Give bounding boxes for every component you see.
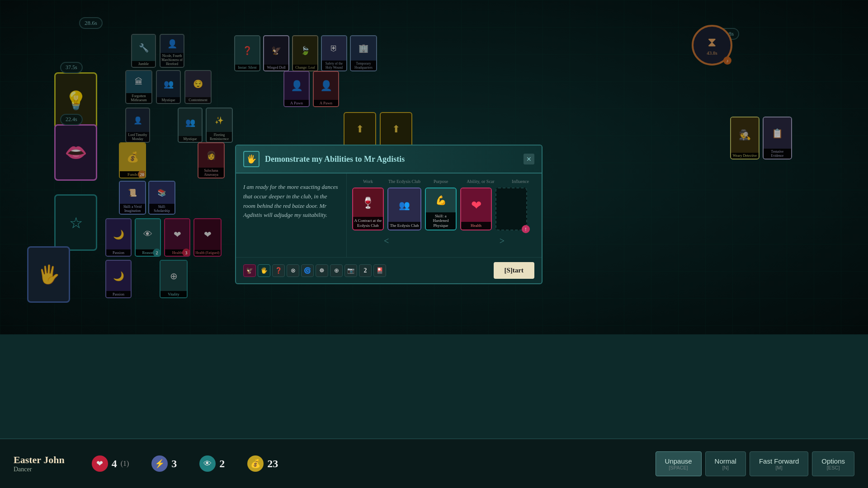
passion-icon: 👁 [199,455,216,472]
dialog-demonstrate-abilities: 🖐 Demonstrate my Abilities to Mr Agdisti… [235,145,542,284]
dialog-card-ecdysis[interactable]: 👥 The Ecdysis Club [387,188,421,230]
start-button[interactable]: [S]tart [494,262,534,279]
dialog-title-text: Demonstrate my Abilities to Mr Agdistis [265,155,518,164]
card-winged-doll[interactable]: 🦅 Winged Doll [263,35,289,71]
control-buttons: Unpause [SPACE] Normal [N] Fast Forward … [656,451,854,476]
player-info: Easter John Dancer [14,454,65,473]
dialog-header: 🖐 Demonstrate my Abilities to Mr Agdisti… [236,145,542,174]
footer-icon-8[interactable]: 📷 [344,264,357,277]
dialog-close-button[interactable]: ✕ [524,154,534,164]
slot-label-purpose: Purpose [425,179,457,184]
dialog-card-skill[interactable]: 💪 Skill: a Hardened Physique [425,188,457,230]
stat-reason: ⚡ 3 [151,455,177,472]
footer-icon-9[interactable]: 🎴 [373,264,386,277]
footer-icon-1[interactable]: 🦅 [243,264,256,277]
passion-value: 2 [219,458,225,470]
card-jumble[interactable]: 🔧 Jumble [131,34,156,68]
nav-arrows: < > [352,230,536,252]
dialog-card-health[interactable]: ❤ Health [460,188,492,230]
card-mithraeum[interactable]: 🏛 Forgotten Mithraeum [125,70,152,104]
reason-value: 3 [171,458,177,470]
card-contentment[interactable]: 😌 Contentment [184,70,212,104]
card-mystique2[interactable]: 13.2s 👥 Mystique [178,108,203,143]
stat-passion: 👁 2 [199,455,225,472]
dialog-slots: Work The Ecdysis Club Purpose Ability, o… [347,174,542,257]
unpause-button[interactable]: Unpause [SPACE] [656,451,702,476]
footer-icon-row: 🦅 🖐 ❓ ⊗ 🌀 ☸ ⊕ 📷 2 🎴 [243,264,386,277]
footer-icon-6[interactable]: ☸ [316,264,328,277]
card-passion2[interactable]: 🌙 Passion [105,260,132,298]
card-reminiscence[interactable]: 103.1s ✨ Fleeting Reminiscence [206,108,233,143]
card-health1[interactable]: ❤ Health 3 [164,218,190,257]
card-weary-detective[interactable]: 🕵 Weary Detective [730,117,760,160]
card-timothy[interactable]: 👤 Lord Timothy Monday [125,108,150,143]
footer-icon-3[interactable]: ❓ [272,264,285,277]
health-value: 4 [112,458,117,470]
health-wounds: (1) [121,460,129,468]
footer-icon-4[interactable]: ⊗ [287,264,299,277]
card-sulochana[interactable]: 👩 Sulochana Ainavasya [198,142,225,178]
footer-icon-7[interactable]: ⊕ [330,264,343,277]
card-funds[interactable]: 💰 Funds 20 [119,142,146,178]
card-skill-imagination[interactable]: 📜 Skill: a Vivid Imagination [119,181,146,215]
dialog-title-icon: 🖐 [243,151,259,167]
dialog-footer: 🦅 🖐 ❓ ⊗ 🌀 ☸ ⊕ 📷 2 🎴 [S]tart [236,257,542,283]
card-headquarters[interactable]: 🏢 Temporary Headquarters [350,35,377,71]
timer-top-left: 28.6s [79,17,103,29]
slot-labels-row: Work The Ecdysis Club Purpose Ability, o… [352,179,536,184]
reason-icon: ⚡ [151,455,168,472]
footer-icon-5[interactable]: 🌀 [301,264,314,277]
funds-value: 23 [267,458,278,470]
nav-prev-button[interactable]: < [379,234,393,248]
card-nicole[interactable]: 👤 Nicole, Fourth Marchioness of Hereford [160,34,184,68]
card-safety[interactable]: ⛨ Safety of the Holy Wound [321,35,347,71]
slot-label-work: Work [352,179,384,184]
nav-next-button[interactable]: > [495,234,509,248]
fast-forward-button[interactable]: Fast Forward [M] [750,451,808,476]
dialog-card-contract[interactable]: 🍷 A Contract at the Ecdysis Club [352,188,384,230]
dialog-body: I am ready for the more exacting dances … [236,174,542,257]
stat-funds: 💰 23 [247,455,278,472]
dialog-empty-slot[interactable]: ! [495,188,527,230]
footer-icon-2[interactable]: 🖐 [258,264,270,277]
stat-health: ❤ 4 (1) [92,455,129,472]
card-tentative-evidence[interactable]: 173.3s 📋 Tentative Evidence [763,117,792,160]
hourglass-timer[interactable]: ⧗ 43.8s ♪ [692,25,732,66]
slot-label-ecdysis: The Ecdysis Club [387,179,421,184]
card-health-fatigued[interactable]: ❤ Health (Fatigued) [193,218,222,257]
card-skill-scholarship[interactable]: 📚 Skill: Scholarship [148,181,175,215]
card-passion1[interactable]: 🌙 Passion [105,218,132,257]
options-button[interactable]: Options [ESC] [812,451,854,476]
card-pawn2[interactable]: 👤 A Pawn [313,71,339,107]
soul-card-lips[interactable]: 👄 22.4s [54,124,97,181]
slot-label-influence: Influence [505,179,536,184]
slot-cards-row: 🍷 A Contract at the Ecdysis Club 👥 The E… [352,188,536,230]
bottom-bar: Easter John Dancer ❤ 4 (1) ⚡ 3 👁 2 💰 23 … [0,438,868,488]
soul-card-teal[interactable]: ☆ [54,194,97,251]
card-instar[interactable]: ❓ Instar: Silent [234,35,260,71]
funds-icon: 💰 [247,455,264,472]
card-pawn1[interactable]: 👤 A Pawn [283,71,310,107]
player-role: Dancer [14,466,65,473]
card-change-leaf[interactable]: 🍃 Change: Leaf [292,35,318,71]
game-board: 28.6s 43.8s ⧗ 43.8s ♪ 💡 37.5s 👄 22.4s ☆ … [0,0,868,334]
card-reason[interactable]: 👁 Reason 2 [135,218,161,257]
dialog-description: I am ready for the more exacting dances … [236,174,347,257]
card-vitality[interactable]: 31.3s ⊕ Vitality [160,260,188,298]
normal-button[interactable]: Normal [N] [705,451,746,476]
player-name: Easter John [14,454,65,466]
slot-label-ability: Ability, or Scar [460,179,501,184]
card-mystique1[interactable]: 👥 Mystique [156,70,181,104]
soul-card-hand[interactable]: 🖐 [27,246,70,303]
footer-icon-count: 2 [359,264,372,277]
health-icon: ❤ [92,455,108,472]
